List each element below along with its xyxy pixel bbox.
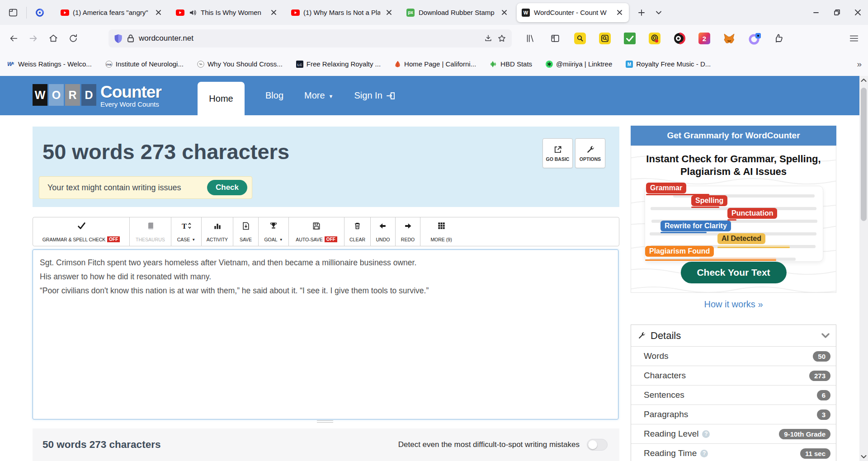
help-icon[interactable]: ? <box>702 430 710 438</box>
ext-checkmark-icon[interactable] <box>624 33 636 44</box>
toolbar-button-auto-save[interactable]: AUTO-SAVEOFF <box>289 217 344 246</box>
tab-america-fears[interactable]: (1) America fears "angry" <box>56 3 168 22</box>
close-icon[interactable] <box>269 8 278 18</box>
grammarly-ad-body[interactable]: Instant Check for Grammar, Spelling, Pla… <box>631 146 836 293</box>
bookmark-star-icon[interactable] <box>497 34 506 43</box>
inr-favicon-icon: INR <box>105 61 113 68</box>
bookmark-home-page-california[interactable]: Home Page | Californi... <box>394 60 476 68</box>
close-window-button[interactable] <box>847 0 868 25</box>
ext-screen-record-icon[interactable] <box>649 33 660 44</box>
nav-more-dropdown[interactable]: More▼ <box>304 90 333 101</box>
new-tab-button[interactable] <box>634 5 649 20</box>
page-scrollbar[interactable] <box>859 76 868 461</box>
bookmarks-bar: WR Weiss Ratings - Welco... INR Institut… <box>0 52 868 76</box>
details-header[interactable]: Details <box>631 325 836 346</box>
toolbar-button-undo[interactable]: UNDO <box>371 217 396 246</box>
bookmark-label: Weiss Ratings - Welco... <box>18 60 92 68</box>
options-button[interactable]: OPTIONS <box>575 138 605 168</box>
toolbar-button-case[interactable]: T CASE▼ <box>171 217 202 246</box>
toolbar-button-goal[interactable]: GOAL▼ <box>259 217 289 246</box>
ext-opera-icon[interactable] <box>674 33 685 44</box>
close-icon[interactable] <box>614 8 624 18</box>
chevron-down-icon[interactable] <box>821 333 830 338</box>
help-icon[interactable]: ? <box>700 450 708 457</box>
nav-signin-link[interactable]: Sign In <box>354 90 395 101</box>
sidebar-toggle-icon[interactable] <box>549 33 561 44</box>
home-button[interactable] <box>45 30 61 47</box>
scrollbar-thumb[interactable] <box>861 88 867 221</box>
signin-icon <box>386 92 395 100</box>
menu-hamburger-icon[interactable] <box>848 33 860 44</box>
back-button[interactable] <box>5 30 22 47</box>
toolbar-button-clear[interactable]: CLEAR <box>344 217 371 246</box>
tracking-shield-icon[interactable] <box>114 34 123 43</box>
linktree-favicon-icon <box>546 61 553 68</box>
address-bar[interactable]: wordcounter.net <box>108 29 512 47</box>
check-button[interactable]: Check <box>207 180 247 195</box>
nav-home-tab[interactable]: Home <box>198 82 245 115</box>
list-tabs-chevron-icon[interactable] <box>651 5 666 20</box>
restore-button[interactable] <box>826 0 847 25</box>
reload-button[interactable] <box>65 30 81 47</box>
bookmark-why-you-should-cross[interactable]: Why You Should Cross... <box>197 60 283 68</box>
tab-wordcounter-active[interactable]: W WordCounter - Count W <box>517 3 629 22</box>
bookmark-miiriya-linktree[interactable]: @miiriya | Linktree <box>546 60 612 68</box>
toolbar-button-thesaurus[interactable]: THESAURUS <box>130 217 171 246</box>
bookmark-weiss-ratings[interactable]: WR Weiss Ratings - Welco... <box>7 60 92 68</box>
bookmark-hbd-stats[interactable]: HBD Stats <box>490 60 532 68</box>
url-text[interactable]: wordcounter.net <box>139 34 193 43</box>
tab-title: WordCounter - Count W <box>534 9 611 16</box>
go-basic-button[interactable]: GO BASIC <box>542 138 573 168</box>
editor-resize-handle[interactable] <box>317 420 333 424</box>
svg-text:M: M <box>627 62 631 67</box>
banner-text: Your text might contain writing issues <box>47 183 181 193</box>
check-your-text-button[interactable]: Check Your Text <box>680 262 786 283</box>
toolbar-button-redo[interactable]: REDO <box>396 217 420 246</box>
ext-q-search-icon[interactable] <box>599 33 611 44</box>
tab-title: (1) Why Mars Is Not a Pla <box>303 9 380 16</box>
save-page-icon[interactable] <box>484 34 493 43</box>
detect-mistakes-toggle[interactable] <box>587 439 608 451</box>
tab-bar: (1) America fears "angry" This Is Why Wo… <box>0 0 868 25</box>
lock-icon[interactable] <box>127 34 134 42</box>
ext-thumbs-up-icon[interactable] <box>773 33 785 44</box>
ext-purple-ring-icon[interactable] <box>748 33 760 44</box>
text-editor-area[interactable]: Sgt. Crimson Fitch spent two years homel… <box>33 249 618 419</box>
tab-audio-icon[interactable] <box>188 8 197 17</box>
close-icon[interactable] <box>499 8 509 18</box>
pinned-tab-favicon[interactable] <box>31 3 48 22</box>
ext-metamask-icon[interactable] <box>723 33 735 44</box>
stat-badge: 3 <box>817 409 830 420</box>
nav-blog-link[interactable]: Blog <box>265 90 283 101</box>
off-badge: OFF <box>107 236 120 242</box>
toolbar-button-activity[interactable]: ACTIVITY <box>202 217 233 246</box>
library-icon[interactable] <box>524 33 536 44</box>
scroll-up-icon[interactable] <box>861 78 867 82</box>
toolbar-button-save[interactable]: SAVE <box>233 217 259 246</box>
tab-why-mars[interactable]: (1) Why Mars Is Not a Pla <box>286 3 398 22</box>
scroll-down-icon[interactable] <box>861 455 867 459</box>
forward-button[interactable] <box>25 30 42 47</box>
bookmark-royalty-free-music[interactable]: M Royalty Free Music - D... <box>626 60 711 68</box>
external-link-icon <box>553 145 562 154</box>
bookmark-label: Why You Should Cross... <box>208 60 283 68</box>
details-row-words: Words 50 <box>631 346 836 366</box>
toolbar-button-grammar-spell-check[interactable]: GRAMMAR & SPELL CHECKOFF <box>33 217 130 246</box>
minimize-button[interactable] <box>806 0 826 25</box>
bookmarks-overflow-chevron-icon[interactable]: » <box>857 59 861 69</box>
wordcounter-logo[interactable]: W O R D Counter Every Word Counts <box>33 84 161 108</box>
how-it-works-link[interactable]: How it works » <box>631 299 836 310</box>
close-icon[interactable] <box>384 8 394 18</box>
firefox-view-icon[interactable] <box>5 4 22 21</box>
close-icon[interactable] <box>153 8 163 18</box>
tab-download-rubber-stamp[interactable]: px Download Rubber Stamp <box>401 3 514 22</box>
grammarly-ad-header[interactable]: Get Grammarly for WordCounter <box>631 126 836 146</box>
toolbar-button-more[interactable]: MORE (9) <box>420 217 462 246</box>
bookmark-free-relaxing-royalty[interactable]: LC Free Relaxing Royalty ... <box>296 60 381 68</box>
ext-search-icon[interactable] <box>574 33 586 44</box>
logo-counter-text: Counter <box>100 84 161 100</box>
ad-badge-plagiarism: Plagiarism Found <box>645 246 714 257</box>
bookmark-institute-neurology[interactable]: INR Institute of Neurologi... <box>105 60 184 68</box>
ext-notes-icon[interactable]: 2 <box>698 33 710 44</box>
tab-this-is-why-women[interactable]: This Is Why Women <box>171 3 283 22</box>
